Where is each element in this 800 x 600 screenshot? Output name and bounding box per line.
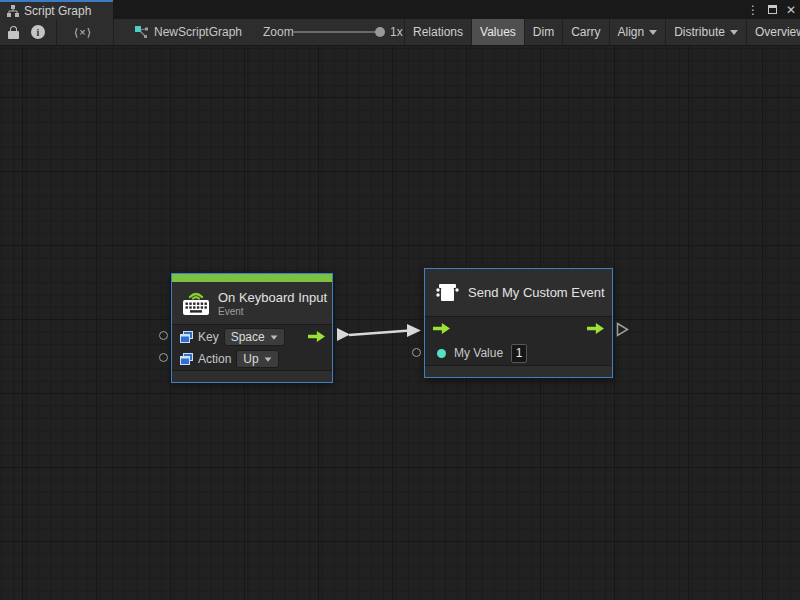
action-label: Action	[198, 352, 231, 366]
my-value-label: My Value	[454, 346, 503, 360]
value-port-dot[interactable]	[437, 349, 446, 358]
zoom-slider-track[interactable]	[293, 31, 383, 33]
info-button[interactable]: i	[31, 19, 45, 45]
window-menu-icon[interactable]: ⋮	[747, 4, 759, 16]
action-input-row: Action Up	[180, 349, 279, 369]
info-icon: i	[31, 25, 45, 39]
wire-source-arrow[interactable]	[337, 328, 350, 341]
node-title: On Keyboard Input	[218, 290, 327, 305]
key-dropdown[interactable]: Space	[224, 328, 285, 346]
action-port-circle[interactable]	[159, 353, 168, 362]
zoom-slider[interactable]	[293, 19, 383, 45]
custom-event-icon	[435, 281, 460, 304]
caret-down-icon	[730, 30, 738, 35]
event-color-strip	[172, 274, 332, 282]
node-header[interactable]: On Keyboard Input Event	[172, 282, 332, 324]
caret-down-icon	[270, 335, 277, 339]
lock-button[interactable]	[8, 19, 19, 45]
code-brackets-icon: ⟨×⟩	[74, 26, 92, 39]
preview-code-button[interactable]: ⟨×⟩	[74, 19, 92, 45]
relations-button[interactable]: Relations	[404, 19, 471, 45]
key-input-row: Key Space	[180, 327, 285, 347]
tab-bar: Script Graph ⋮ ✕	[0, 0, 800, 19]
key-port-circle[interactable]	[159, 331, 168, 340]
my-value-row: My Value 1	[437, 341, 527, 365]
caret-down-icon	[649, 30, 657, 35]
zoom-label: Zoom	[263, 19, 294, 45]
graph-canvas[interactable]: On Keyboard Input Event Key Space	[0, 46, 800, 600]
connection-wire	[0, 46, 800, 600]
trigger-output-port[interactable]	[308, 330, 325, 343]
align-dropdown-button[interactable]: Align	[609, 19, 666, 45]
trigger-row	[425, 317, 612, 341]
caret-down-icon	[264, 357, 271, 361]
trigger-output-port[interactable]	[587, 322, 604, 335]
lock-icon	[8, 26, 19, 39]
trigger-output-connector[interactable]	[616, 322, 629, 337]
overview-button[interactable]: Overview	[746, 19, 800, 45]
carry-button[interactable]: Carry	[562, 19, 608, 45]
node-on-keyboard-input[interactable]: On Keyboard Input Event Key Space	[171, 273, 333, 383]
node-title: Send My Custom Event	[468, 285, 605, 300]
tab-script-graph[interactable]: Script Graph	[0, 0, 113, 19]
toolbar-buttons: Relations Values Dim Carry Align Distrib…	[404, 19, 800, 45]
script-graph-window: Script Graph ⋮ ✕ i ⟨×⟩	[0, 0, 800, 600]
node-send-my-custom-event[interactable]: Send My Custom Event My Value 1	[424, 268, 613, 378]
zoom-value: 1x	[390, 19, 403, 45]
graph-reference[interactable]: NewScriptGraph	[135, 19, 242, 45]
values-button[interactable]: Values	[471, 19, 524, 45]
enum-field-icon	[180, 353, 193, 365]
zoom-slider-handle[interactable]	[375, 27, 385, 37]
maximize-icon[interactable]	[768, 5, 777, 14]
script-graph-asset-icon	[135, 26, 148, 39]
graph-toolbar: i ⟨×⟩ NewScriptGraph Zoom	[0, 19, 800, 46]
trigger-input-port[interactable]	[433, 322, 450, 335]
key-label: Key	[198, 330, 219, 344]
distribute-dropdown-button[interactable]: Distribute	[665, 19, 746, 45]
node-subtitle: Event	[218, 306, 327, 317]
enum-field-icon	[180, 331, 193, 343]
my-value-port-circle[interactable]	[412, 348, 421, 357]
dim-button[interactable]: Dim	[524, 19, 562, 45]
node-header[interactable]: Send My Custom Event	[425, 269, 612, 316]
graph-hierarchy-icon	[7, 5, 19, 17]
action-dropdown[interactable]: Up	[236, 350, 278, 368]
my-value-input[interactable]: 1	[511, 344, 527, 363]
close-icon[interactable]: ✕	[786, 4, 796, 16]
node-footer	[172, 370, 332, 382]
tab-title: Script Graph	[24, 4, 91, 18]
keyboard-input-icon	[182, 290, 210, 316]
graph-name-label: NewScriptGraph	[154, 25, 242, 39]
node-footer	[425, 365, 612, 377]
